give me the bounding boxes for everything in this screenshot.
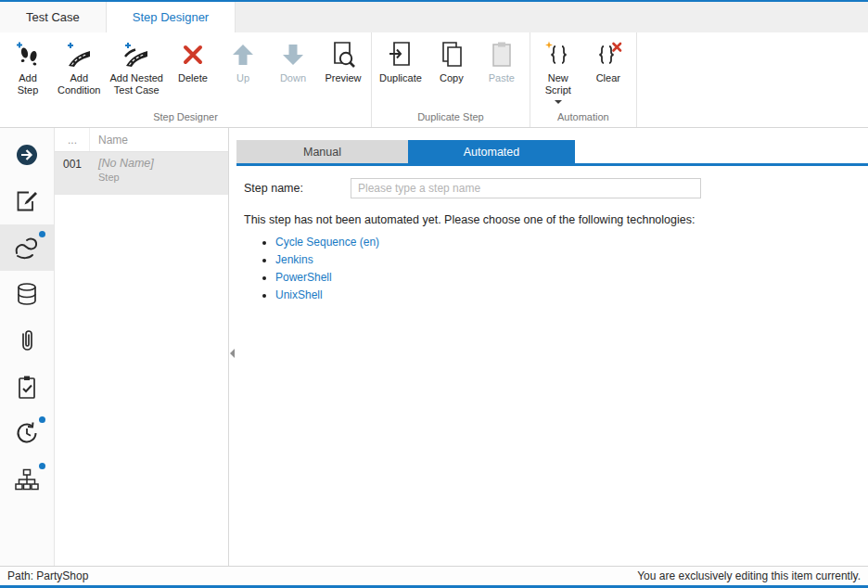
copy-icon (439, 38, 465, 70)
new-script-label: New Script (545, 72, 571, 96)
preview-button[interactable]: Preview (318, 38, 368, 84)
new-script-icon (544, 38, 572, 70)
technology-list: Cycle Sequence (en) Jenkins PowerShell U… (262, 236, 868, 301)
sidebar (0, 128, 55, 566)
duplicate-icon (388, 38, 414, 70)
clear-script-button[interactable]: Clear (583, 38, 633, 84)
ribbon-group-label-step-designer: Step Designer (3, 109, 368, 127)
hierarchy-icon (14, 468, 40, 492)
steps-icon (13, 236, 41, 260)
navigate-icon (15, 143, 39, 167)
list-item: UnixShell (275, 288, 868, 301)
sidebar-item-navigate[interactable] (0, 132, 54, 178)
ribbon-group-automation: New Script Clear Automation (530, 32, 637, 127)
add-condition-label: Add Condition (57, 72, 100, 96)
copy-button[interactable]: Copy (427, 38, 477, 84)
technology-link-cycle-sequence[interactable]: Cycle Sequence (en) (275, 236, 379, 249)
technology-link-powershell[interactable]: PowerShell (275, 271, 332, 284)
sidebar-item-history[interactable] (0, 410, 54, 456)
history-icon (15, 421, 39, 445)
ribbon-buttons-row: Duplicate Copy (375, 32, 527, 109)
tab-step-designer[interactable]: Step Designer (107, 2, 236, 32)
preview-label: Preview (325, 72, 361, 84)
sidebar-item-steps[interactable] (0, 224, 54, 271)
checklist-icon (16, 375, 38, 400)
attachment-icon (17, 328, 37, 353)
column-header-handle: ... (55, 128, 90, 151)
content-area: ... Name 001 [No Name] Step Manual Autom… (0, 128, 868, 566)
status-bar: Path: PartyShop You are exclusively edit… (0, 566, 868, 588)
step-type: Step (98, 172, 154, 183)
chevron-down-icon[interactable] (555, 100, 562, 104)
step-name-row: Step name: (244, 178, 868, 198)
down-arrow-icon (280, 38, 306, 70)
add-nested-test-case-button[interactable]: Add Nested Test Case (105, 38, 167, 96)
step-number: 001 (55, 152, 90, 195)
new-script-button[interactable]: New Script (533, 38, 583, 104)
app-window: Test Case Step Designer (0, 0, 868, 588)
sidebar-item-attachments[interactable] (0, 317, 54, 364)
down-button[interactable]: Down (268, 38, 318, 84)
steps-panel: ... Name 001 [No Name] Step (55, 128, 229, 566)
column-header-name: Name (90, 134, 128, 147)
paste-icon (490, 38, 514, 70)
delete-icon (181, 38, 205, 70)
up-label: Up (236, 72, 249, 84)
collapse-panel-icon[interactable] (230, 349, 235, 358)
step-detail-panel: Manual Automated Step name: This step ha… (229, 128, 868, 566)
step-name: [No Name] (98, 157, 154, 170)
add-nested-test-case-label: Add Nested Test Case (109, 72, 162, 96)
clear-script-icon (594, 38, 622, 70)
step-name-input[interactable] (351, 178, 701, 198)
preview-icon (330, 38, 356, 70)
automation-message: This step has not been automated yet. Pl… (244, 213, 868, 226)
step-row[interactable]: 001 [No Name] Step (55, 152, 228, 195)
sidebar-item-checklist[interactable] (0, 364, 54, 410)
ribbon-group-label-automation: Automation (533, 109, 633, 127)
copy-label: Copy (440, 72, 464, 84)
add-step-button[interactable]: Add Step (3, 38, 53, 96)
sidebar-item-hierarchy[interactable] (0, 456, 54, 503)
ribbon-group-duplicate-step: Duplicate Copy (372, 32, 530, 127)
delete-button[interactable]: Delete (168, 38, 218, 84)
notification-dot (39, 416, 45, 423)
step-name-label: Step name: (244, 182, 351, 195)
delete-label: Delete (178, 72, 208, 84)
steps-list-header: ... Name (55, 128, 228, 152)
notification-dot (39, 231, 45, 237)
list-item: Jenkins (275, 253, 868, 266)
list-item: Cycle Sequence (en) (275, 236, 868, 249)
clear-label: Clear (596, 72, 620, 84)
tab-manual[interactable]: Manual (236, 140, 408, 163)
database-icon (16, 282, 38, 307)
edit-icon (15, 189, 39, 213)
tab-automated[interactable]: Automated (408, 140, 575, 163)
add-step-icon (14, 38, 42, 70)
ribbon-group-label-duplicate-step: Duplicate Step (375, 109, 527, 127)
up-button[interactable]: Up (218, 38, 268, 84)
ribbon-group-step-designer: Add Step Add Condition (0, 32, 372, 127)
sidebar-item-database[interactable] (0, 271, 54, 317)
technology-link-jenkins[interactable]: Jenkins (275, 253, 313, 266)
tab-test-case[interactable]: Test Case (0, 2, 107, 32)
up-arrow-icon (230, 38, 256, 70)
list-item: PowerShell (275, 271, 868, 284)
duplicate-button[interactable]: Duplicate (375, 38, 427, 84)
ribbon: Add Step Add Condition (0, 32, 868, 128)
step-row-text: [No Name] Step (90, 152, 154, 195)
paste-label: Paste (489, 72, 515, 84)
add-condition-button[interactable]: Add Condition (53, 38, 105, 96)
sidebar-item-edit[interactable] (0, 178, 54, 224)
path-label: Path: PartyShop (7, 569, 88, 582)
add-nested-test-case-icon (121, 38, 151, 70)
editing-status: You are exclusively editing this item cu… (637, 569, 861, 582)
duplicate-label: Duplicate (379, 72, 422, 84)
add-step-label: Add Step (18, 72, 39, 96)
down-label: Down (280, 72, 306, 84)
detail-tab-bar: Manual Automated (236, 140, 868, 166)
paste-button[interactable]: Paste (477, 38, 527, 84)
technology-link-unixshell[interactable]: UnixShell (275, 288, 323, 301)
window-tab-bar: Test Case Step Designer (0, 2, 868, 32)
ribbon-buttons-row: New Script Clear (533, 32, 633, 109)
add-condition-icon (65, 38, 93, 70)
